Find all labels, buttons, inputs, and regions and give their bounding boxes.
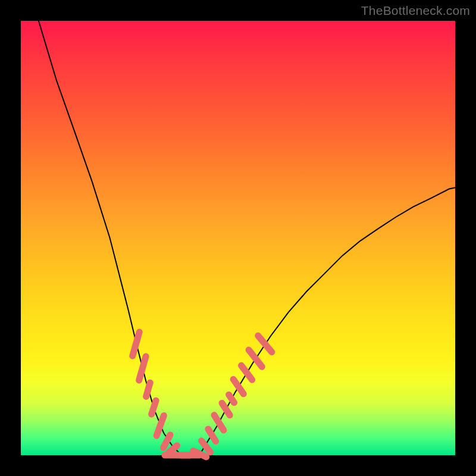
curve-marker	[244, 345, 267, 371]
curve-marker	[237, 361, 256, 384]
curve-marker	[142, 378, 154, 400]
curve-marker	[253, 331, 277, 357]
chart-frame: TheBottleneck.com	[0, 0, 476, 476]
chart-svg	[21, 21, 455, 455]
watermark-text: TheBottleneck.com	[361, 4, 470, 18]
curve-marker	[135, 352, 150, 384]
curve-marker	[148, 396, 160, 418]
curve-markers	[129, 328, 277, 461]
plot-area	[21, 21, 455, 455]
curve-marker	[129, 328, 143, 360]
bottleneck-curve	[39, 21, 455, 455]
